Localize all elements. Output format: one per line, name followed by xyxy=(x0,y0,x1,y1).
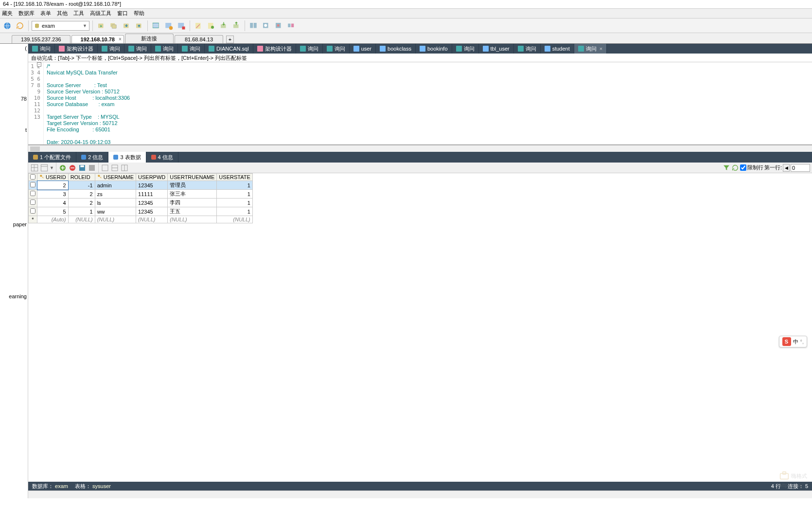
cell[interactable]: 11111 xyxy=(136,190,168,199)
wizard2-icon[interactable] xyxy=(206,20,216,31)
load-icon[interactable] xyxy=(121,20,132,31)
object-browser[interactable]: ) 78 t paper earning xyxy=(0,44,28,498)
execute-all-icon[interactable] xyxy=(108,20,119,31)
add-tab-button[interactable]: + xyxy=(226,36,234,43)
grid-opt1-icon[interactable] xyxy=(101,163,109,172)
menu-other[interactable]: 其他 xyxy=(57,10,68,17)
menu-database[interactable]: 数据库 xyxy=(18,10,35,17)
cell[interactable]: 4 xyxy=(37,199,69,207)
tool2-icon[interactable] xyxy=(261,20,271,31)
column-header[interactable]: USERID xyxy=(37,174,69,181)
db-selector[interactable]: ▼ xyxy=(32,21,89,31)
tool3-icon[interactable] xyxy=(273,20,284,31)
cell[interactable]: ww xyxy=(95,207,136,216)
cell[interactable]: 3 xyxy=(37,190,69,199)
cell[interactable]: 1 xyxy=(217,181,252,190)
column-header[interactable]: USERNAME xyxy=(95,174,136,181)
table-row[interactable]: 2-1admin12345管理员1 xyxy=(29,181,253,190)
cell[interactable]: 1 xyxy=(217,199,252,207)
table-row[interactable]: 42ls12345李四1 xyxy=(29,199,253,207)
limit-rows-checkbox[interactable]: 限制行 xyxy=(740,164,763,171)
cell[interactable]: (NULL) xyxy=(68,216,95,223)
column-header[interactable]: USERTRUENAME xyxy=(168,174,217,181)
fold-icon[interactable]: − xyxy=(37,62,41,67)
save-icon[interactable] xyxy=(134,20,144,31)
sql-editor[interactable]: 1 2 3 4 5 6 7 8 9 10 11 12 13 −/* Navica… xyxy=(28,62,812,145)
add-row-icon[interactable] xyxy=(58,163,67,172)
cell[interactable]: admin xyxy=(95,181,136,190)
table-edit-icon[interactable] xyxy=(163,20,174,31)
query-tab-0[interactable]: 询问 xyxy=(28,44,55,54)
cell[interactable]: (NULL) xyxy=(217,216,252,223)
execute-icon[interactable] xyxy=(96,20,106,31)
code-area[interactable]: −/* Navicat MySQL Data Transfer Source S… xyxy=(44,62,812,145)
dropdown-icon[interactable]: ▼ xyxy=(50,165,54,170)
cell[interactable]: 2 xyxy=(37,181,69,190)
close-icon[interactable]: × xyxy=(600,46,602,52)
column-header[interactable]: ROLEID xyxy=(68,174,95,181)
cell[interactable]: zs xyxy=(95,190,136,199)
cell[interactable]: 1 xyxy=(217,207,252,216)
query-tab-6[interactable]: DIANCAN.sql xyxy=(205,44,253,54)
row-checkbox[interactable] xyxy=(30,191,35,196)
query-tab-8[interactable]: 询问 xyxy=(296,44,323,54)
menu-advtools[interactable]: 高级工具 xyxy=(90,10,111,17)
menu-tools[interactable]: 工具 xyxy=(73,10,84,17)
cell[interactable]: 李四 xyxy=(168,199,217,207)
table-new-icon[interactable] xyxy=(151,20,161,31)
query-tab-13[interactable]: 询问 xyxy=(452,44,479,54)
wizard1-icon[interactable] xyxy=(193,20,204,31)
bottom-scrollbar[interactable] xyxy=(28,490,812,498)
cell[interactable]: 2 xyxy=(68,190,95,199)
data-grid[interactable]: USERIDROLEID USERNAMEUSERPWDUSERTRUENAME… xyxy=(28,173,812,482)
grid-opt3-icon[interactable] xyxy=(120,163,129,172)
column-header[interactable]: USERPWD xyxy=(136,174,168,181)
tool4-icon[interactable] xyxy=(286,20,297,31)
select-all-checkbox[interactable] xyxy=(30,174,35,180)
export-icon[interactable] xyxy=(231,20,242,31)
menu-help[interactable]: 帮助 xyxy=(134,10,144,17)
import-icon[interactable] xyxy=(218,20,229,31)
column-header[interactable]: USERSTATE xyxy=(217,174,252,181)
refresh-grid-icon[interactable] xyxy=(731,164,739,172)
cell[interactable]: 管理员 xyxy=(168,181,217,190)
result-tab-0[interactable]: 1 个配置文件 xyxy=(28,152,76,163)
cell[interactable]: 1 xyxy=(217,190,252,199)
conn-tab-3[interactable]: 81.68.84.13 xyxy=(175,35,223,43)
form-view-icon[interactable] xyxy=(40,163,49,172)
editor-hscroll[interactable] xyxy=(28,145,812,152)
db-selector-input[interactable] xyxy=(42,23,81,29)
table-del-icon[interactable] xyxy=(176,20,187,31)
prev-page-button[interactable]: ◀ xyxy=(783,164,790,172)
query-tab-3[interactable]: 询问 xyxy=(124,44,151,54)
table-row[interactable]: 51ww12345王五1 xyxy=(29,207,253,216)
cell[interactable]: -1 xyxy=(68,181,95,190)
query-tab-4[interactable]: 询问 xyxy=(151,44,178,54)
query-tab-14[interactable]: tbl_user xyxy=(479,44,514,54)
query-tab-9[interactable]: 询问 xyxy=(323,44,350,54)
query-tab-12[interactable]: bookinfo xyxy=(416,44,452,54)
table-row[interactable]: 32zs11111张三丰1 xyxy=(29,190,253,199)
result-tab-1[interactable]: 2 信息 xyxy=(76,152,108,163)
cell[interactable]: (NULL) xyxy=(168,216,217,223)
conn-tab-1[interactable]: 192.168.10.78× xyxy=(71,35,124,43)
globe-icon[interactable] xyxy=(2,20,13,31)
cell[interactable]: (NULL) xyxy=(95,216,136,223)
result-tab-2[interactable]: 3 表数据 xyxy=(108,152,146,163)
save-rows-icon[interactable] xyxy=(78,163,87,172)
cell[interactable]: 12345 xyxy=(136,207,168,216)
query-tab-10[interactable]: user xyxy=(350,44,376,54)
cell[interactable]: 5 xyxy=(37,207,69,216)
refresh-icon[interactable] xyxy=(15,20,25,31)
tool1-icon[interactable] xyxy=(248,20,259,31)
cancel-rows-icon[interactable] xyxy=(88,163,96,172)
row-checkbox[interactable] xyxy=(30,182,35,187)
query-tab-15[interactable]: 询问 xyxy=(514,44,541,54)
scroll-thumb[interactable] xyxy=(30,146,40,151)
cell[interactable]: 12345 xyxy=(136,199,168,207)
query-tab-16[interactable]: student xyxy=(541,44,574,54)
row-checkbox[interactable] xyxy=(30,200,35,205)
cell[interactable]: 12345 xyxy=(136,181,168,190)
delete-row-icon[interactable] xyxy=(68,163,77,172)
grid-view-icon[interactable] xyxy=(30,163,39,172)
